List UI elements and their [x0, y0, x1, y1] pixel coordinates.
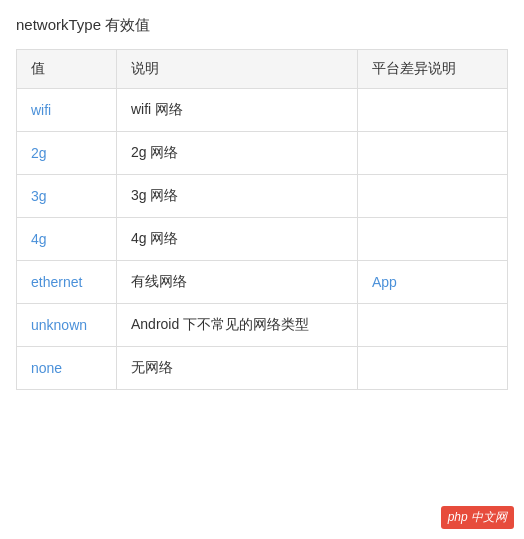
cell-description: 3g 网络 [117, 175, 358, 218]
cell-value: ethernet [17, 261, 117, 304]
cell-platform [358, 347, 508, 390]
cell-description: 4g 网络 [117, 218, 358, 261]
cell-description: wifi 网络 [117, 89, 358, 132]
table-row: none无网络 [17, 347, 508, 390]
cell-value: none [17, 347, 117, 390]
cell-value: wifi [17, 89, 117, 132]
cell-value: unknown [17, 304, 117, 347]
cell-platform [358, 132, 508, 175]
table-row: 4g4g 网络 [17, 218, 508, 261]
header-description: 说明 [117, 50, 358, 89]
cell-description: Android 下不常见的网络类型 [117, 304, 358, 347]
watermark-badge: php 中文网 [441, 506, 514, 529]
cell-description: 无网络 [117, 347, 358, 390]
table-row: ethernet有线网络App [17, 261, 508, 304]
cell-description: 有线网络 [117, 261, 358, 304]
table-row: 3g3g 网络 [17, 175, 508, 218]
table-row: unknownAndroid 下不常见的网络类型 [17, 304, 508, 347]
watermark-php: php [448, 510, 468, 524]
table-row: wifiwifi 网络 [17, 89, 508, 132]
network-type-table: 值 说明 平台差异说明 wifiwifi 网络2g2g 网络3g3g 网络4g4… [16, 49, 508, 390]
header-platform: 平台差异说明 [358, 50, 508, 89]
table-header-row: 值 说明 平台差异说明 [17, 50, 508, 89]
header-value: 值 [17, 50, 117, 89]
cell-platform [358, 89, 508, 132]
cell-description: 2g 网络 [117, 132, 358, 175]
table-row: 2g2g 网络 [17, 132, 508, 175]
cell-value: 2g [17, 132, 117, 175]
cell-platform [358, 175, 508, 218]
cell-platform [358, 218, 508, 261]
cell-value: 3g [17, 175, 117, 218]
cell-value: 4g [17, 218, 117, 261]
cell-platform [358, 304, 508, 347]
cell-platform: App [358, 261, 508, 304]
watermark-suffix: 中文网 [471, 510, 507, 524]
page-title: networkType 有效值 [16, 16, 508, 35]
